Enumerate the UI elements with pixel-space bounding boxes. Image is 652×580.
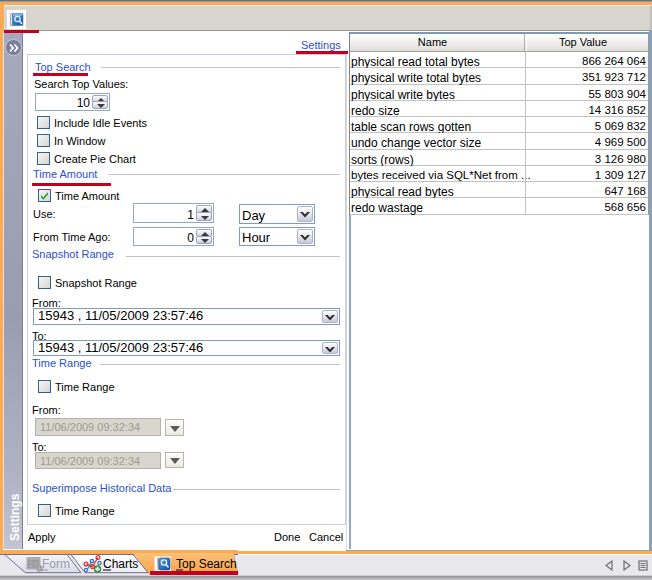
svg-text:Charts: Charts xyxy=(103,557,138,571)
svg-text:Top Search: Top Search xyxy=(176,557,237,571)
svg-text:Form: Form xyxy=(42,557,70,571)
